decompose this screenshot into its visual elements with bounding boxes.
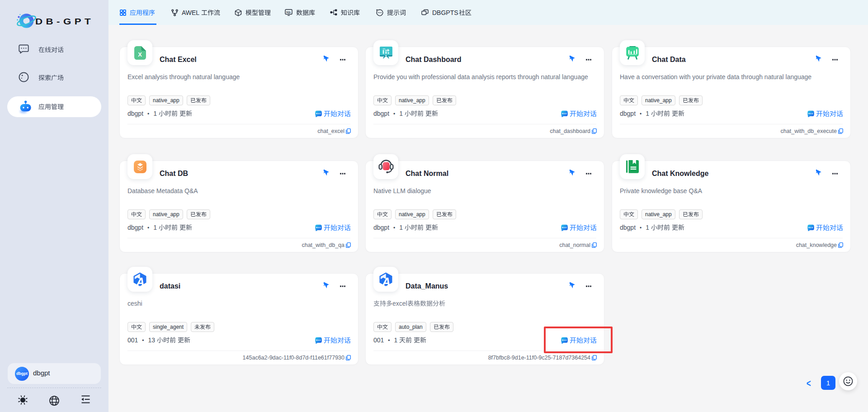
svg-text:SQL: SQL <box>286 11 292 14</box>
svg-text:X: X <box>138 51 142 57</box>
svg-text:DB-GPT: DB-GPT <box>35 17 94 26</box>
svg-text:A: A <box>382 275 391 286</box>
svg-text:A: A <box>136 275 145 286</box>
